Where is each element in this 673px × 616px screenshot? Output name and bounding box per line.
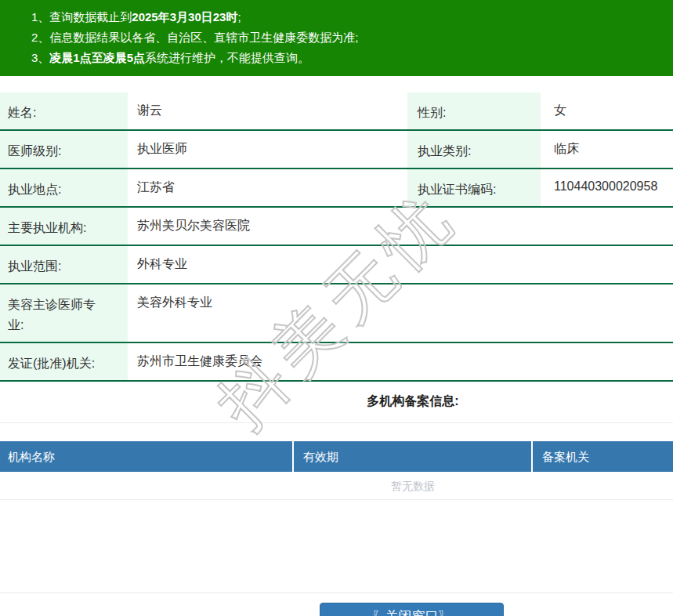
multi-org-section-title: 多机构备案信息:	[0, 382, 673, 423]
name-label: 姓名:	[0, 92, 128, 129]
practice-scope-value: 外科专业	[128, 246, 673, 283]
notice-line-3: 3、凌晨1点至凌晨5点系统进行维护，不能提供查询。	[31, 48, 657, 68]
doctor-level-label: 医师级别:	[0, 131, 128, 168]
cosmetic-specialty-label: 美容主诊医师专业:	[0, 284, 128, 342]
issuing-authority-label: 发证(批准)机关:	[0, 343, 128, 380]
table-row-name-gender: 姓名: 谢云 性别: 女	[0, 92, 673, 131]
close-window-button[interactable]: 〖关闭窗口〗	[320, 603, 504, 616]
table-row-issuing-authority: 发证(批准)机关: 苏州市卫生健康委员会	[0, 343, 673, 382]
notice-line-1-number: 1、	[31, 10, 49, 24]
main-institution-value: 苏州美贝尔美容医院	[128, 208, 673, 245]
column-header-filing-authority: 备案机关	[533, 441, 673, 472]
notice-line-3-suffix: 系统进行维护，不能提供查询。	[145, 51, 309, 64]
table-row-practice-scope: 执业范围: 外科专业	[0, 246, 673, 284]
notice-line-2-number: 2、	[31, 31, 49, 44]
practice-category-value: 临床	[541, 131, 673, 168]
content-spacer	[0, 500, 673, 593]
notice-line-1-bold: 2025年3月30日23时	[132, 10, 237, 24]
practitioner-info-table: 姓名: 谢云 性别: 女 医师级别: 执业医师 执业类别: 临床 执业地点: 江…	[0, 92, 673, 382]
name-value: 谢云	[128, 92, 407, 129]
table-row-level-category: 医师级别: 执业医师 执业类别: 临床	[0, 131, 673, 169]
main-institution-label: 主要执业机构:	[0, 208, 128, 245]
table-row-main-institution: 主要执业机构: 苏州美贝尔美容医院	[0, 208, 673, 246]
cosmetic-specialty-value: 美容外科专业	[128, 284, 673, 342]
practice-location-value: 江苏省	[128, 169, 407, 206]
notice-line-1: 1、查询数据截止到2025年3月30日23时;	[31, 7, 657, 27]
certificate-no-value: 110440300020958	[541, 169, 673, 206]
notice-line-1-suffix: ;	[237, 10, 241, 24]
certificate-no-label: 执业证书编码:	[407, 169, 541, 206]
gender-value: 女	[541, 92, 673, 129]
practice-scope-label: 执业范围:	[0, 246, 128, 283]
table-row-location-certificate: 执业地点: 江苏省 执业证书编码: 110440300020958	[0, 169, 673, 208]
multi-org-table-header: 机构名称 有效期 备案机关	[0, 441, 673, 472]
empty-data-placeholder: 暂无数据	[0, 472, 673, 500]
doctor-level-value: 执业医师	[128, 131, 407, 168]
column-header-institution-name: 机构名称	[0, 441, 294, 472]
notice-line-3-number: 3、	[31, 51, 49, 64]
practice-location-label: 执业地点:	[0, 169, 128, 206]
column-header-validity-period: 有效期	[294, 441, 533, 472]
notice-line-2: 2、信息数据结果以各省、自治区、直辖市卫生健康委数据为准;	[31, 27, 657, 48]
practice-category-label: 执业类别:	[407, 131, 541, 168]
gender-label: 性别:	[407, 92, 541, 129]
notice-line-1-text: 查询数据截止到	[49, 10, 132, 24]
notice-line-2-text: 信息数据结果以各省、自治区、直辖市卫生健康委数据为准;	[49, 31, 358, 44]
notice-banner: 1、查询数据截止到2025年3月30日23时; 2、信息数据结果以各省、自治区、…	[0, 0, 673, 76]
issuing-authority-value: 苏州市卫生健康委员会	[128, 343, 673, 380]
notice-line-3-bold: 凌晨1点至凌晨5点	[49, 51, 145, 64]
footer-bar: 〖关闭窗口〗 ©本图由平台注册用户上传	[0, 593, 673, 616]
multi-org-table: 机构名称 有效期 备案机关 暂无数据	[0, 441, 673, 500]
practitioner-query-result-page: 1、查询数据截止到2025年3月30日23时; 2、信息数据结果以各省、自治区、…	[0, 0, 673, 616]
table-row-cosmetic-specialty: 美容主诊医师专业: 美容外科专业	[0, 284, 673, 343]
